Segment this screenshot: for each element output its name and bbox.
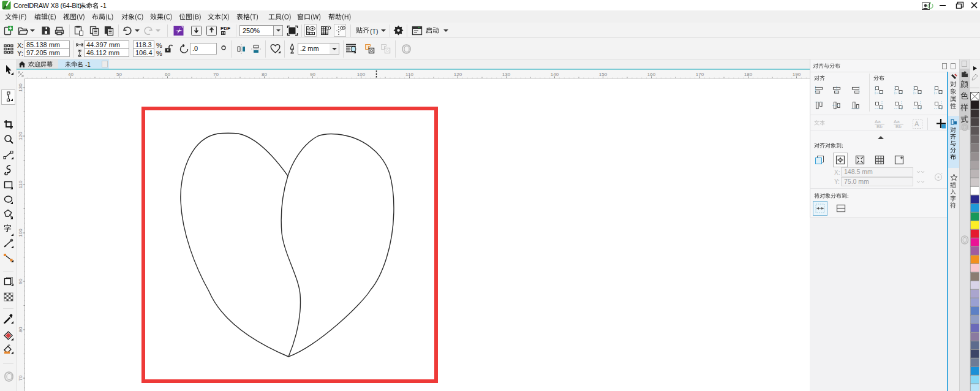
svg-text:190: 190	[793, 72, 801, 77]
svg-text:90: 90	[310, 72, 315, 77]
svg-text:50: 50	[116, 72, 122, 77]
svg-text:80: 80	[262, 72, 267, 77]
svg-text:110: 110	[405, 72, 413, 77]
svg-text:150: 150	[599, 72, 608, 77]
svg-text:100: 100	[357, 72, 366, 77]
svg-text:40: 40	[68, 72, 74, 77]
svg-text:80: 80	[18, 327, 23, 332]
svg-text:A: A	[914, 120, 919, 127]
svg-text:90: 90	[18, 278, 23, 284]
svg-text:130: 130	[18, 83, 23, 92]
svg-text:130: 130	[502, 72, 511, 77]
svg-text:140: 140	[551, 72, 559, 77]
svg-text:70: 70	[213, 72, 219, 77]
svg-text:110: 110	[18, 180, 23, 188]
svg-text:Bb: Bb	[895, 124, 902, 129]
svg-text:PDF: PDF	[221, 26, 230, 31]
svg-text:Bb: Bb	[876, 124, 883, 129]
svg-text:120: 120	[454, 72, 462, 77]
svg-text:60: 60	[165, 72, 170, 77]
svg-text:100: 100	[18, 229, 23, 237]
svg-text:170: 170	[696, 72, 704, 77]
svg-text:180: 180	[744, 72, 753, 77]
svg-text:160: 160	[647, 72, 656, 77]
svg-text:120: 120	[18, 132, 23, 140]
svg-text:70: 70	[18, 375, 23, 381]
